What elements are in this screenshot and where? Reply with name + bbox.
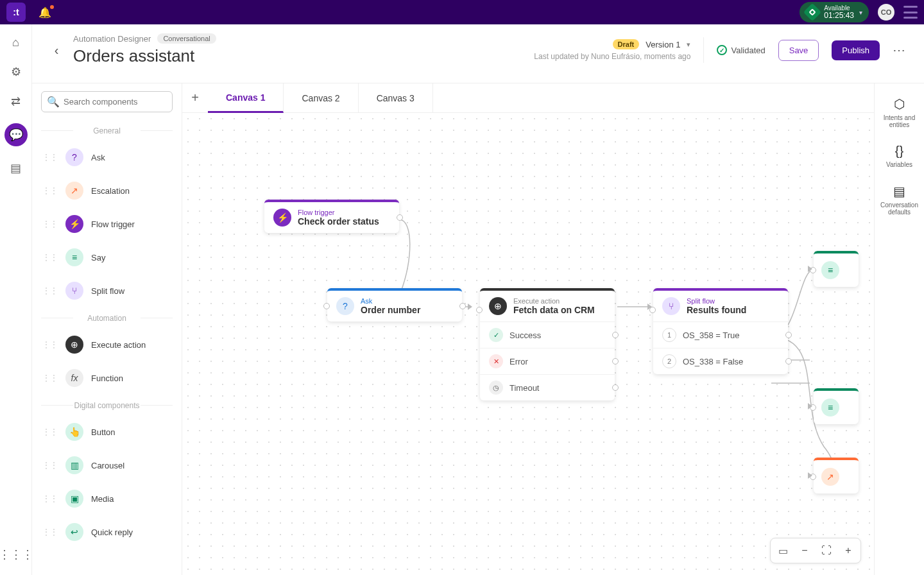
draft-badge: Draft <box>613 39 640 49</box>
section-automation: Automation <box>32 307 182 328</box>
media-icon: ▣ <box>65 490 83 508</box>
book-icon[interactable]: ▤ <box>8 160 24 176</box>
output-port[interactable] <box>612 332 619 338</box>
node-type-label: Flow trigger <box>298 209 379 216</box>
version-label[interactable]: Version 1 <box>646 40 680 49</box>
node-execute-action[interactable]: ⊕ Execute action Fetch data on CRM ✓Succ… <box>480 288 615 400</box>
node-flow-trigger[interactable]: ⚡ Flow trigger Check order status <box>264 200 399 233</box>
fit-screen-icon[interactable]: ▭ <box>773 541 792 560</box>
output-success[interactable]: ✓Success <box>480 322 615 348</box>
toggle-panel-icon[interactable] <box>903 6 918 19</box>
component-carousel[interactable]: ⋮⋮▥Carousel <box>32 449 182 482</box>
node-name: Fetch data on CRM <box>513 305 595 315</box>
node-split-flow[interactable]: ⑂ Split flow Results found 1OS_358 = Tru… <box>653 288 788 374</box>
component-say[interactable]: ⋮⋮≡Say <box>32 241 182 274</box>
chevron-down-icon[interactable]: ▾ <box>687 40 690 49</box>
output-port[interactable] <box>785 332 792 338</box>
node-say-2[interactable]: ≡ <box>814 388 859 424</box>
component-flow-trigger[interactable]: ⋮⋮⚡Flow trigger <box>32 207 182 241</box>
availability-status[interactable]: Available 01:25:43 ▾ <box>800 2 869 22</box>
input-port[interactable] <box>649 307 656 313</box>
branch-2[interactable]: 2OS_338 = False <box>653 348 788 374</box>
node-escalation[interactable]: ↗ <box>814 458 859 493</box>
node-name: Results found <box>687 305 746 315</box>
say-icon: ≡ <box>821 261 839 279</box>
canvas-tabs: + Canvas 1 Canvas 2 Canvas 3 <box>182 83 874 113</box>
component-execute-action[interactable]: ⋮⋮⊕Execute action <box>32 328 182 361</box>
arrow-icon <box>808 266 812 272</box>
flow-trigger-icon: ⚡ <box>273 209 291 227</box>
validation-status: ✓ Validated <box>717 45 765 55</box>
escalation-icon: ↗ <box>821 468 839 486</box>
apps-grid-icon[interactable]: ⋮⋮⋮ <box>8 547 24 562</box>
component-button[interactable]: ⋮⋮👆Button <box>32 415 182 449</box>
output-port[interactable] <box>612 384 619 391</box>
component-quick-reply[interactable]: ⋮⋮↩Quick reply <box>32 515 182 549</box>
status-label: Available <box>824 4 854 12</box>
fullscreen-icon[interactable]: ⛶ <box>817 541 836 560</box>
component-ask[interactable]: ⋮⋮?Ask <box>32 141 182 174</box>
output-port[interactable] <box>612 358 619 365</box>
arrow-icon <box>808 403 812 409</box>
canvas[interactable]: ⚡ Flow trigger Check order status ? Ask … <box>182 113 874 575</box>
button-icon: 👆 <box>65 423 83 441</box>
search-box[interactable]: 🔍 <box>41 91 173 112</box>
notifications-icon[interactable]: 🔔 <box>38 6 51 19</box>
input-port[interactable] <box>476 307 483 313</box>
quick-reply-icon: ↩ <box>65 523 83 541</box>
node-ask[interactable]: ? Ask Order number <box>327 288 462 322</box>
ask-icon: ? <box>65 148 83 166</box>
output-port[interactable] <box>459 303 466 309</box>
gear-icon[interactable]: ⚙ <box>8 64 24 80</box>
component-media[interactable]: ⋮⋮▣Media <box>32 482 182 515</box>
topbar: :t 🔔 Available 01:25:43 ▾ CO <box>0 0 924 24</box>
node-name: Check order status <box>298 216 379 227</box>
tab-canvas-2[interactable]: Canvas 2 <box>284 83 358 113</box>
defaults-icon: ▤ <box>893 184 905 199</box>
branch-1[interactable]: 1OS_358 = True <box>653 322 788 348</box>
add-tab-button[interactable]: + <box>182 90 208 105</box>
publish-button[interactable]: Publish <box>832 40 880 60</box>
flows-icon[interactable]: ⇄ <box>8 94 24 109</box>
output-error[interactable]: ✕Error <box>480 348 615 374</box>
x-icon: ✕ <box>489 354 503 368</box>
execute-action-icon: ⊕ <box>65 336 83 354</box>
output-timeout[interactable]: ◷Timeout <box>480 374 615 400</box>
node-say-1[interactable]: ≡ <box>814 251 859 287</box>
variables-button[interactable]: {}Variables <box>886 144 912 168</box>
zoom-in-icon[interactable]: + <box>839 541 858 560</box>
search-input[interactable] <box>64 97 167 107</box>
split-flow-icon: ⑂ <box>662 297 680 315</box>
save-button[interactable]: Save <box>778 40 819 61</box>
component-split-flow[interactable]: ⋮⋮⑂Split flow <box>32 274 182 307</box>
variables-icon: {} <box>895 144 903 159</box>
avatar[interactable]: CO <box>878 4 894 21</box>
intents-button[interactable]: ⬡Intents and entities <box>875 96 924 128</box>
more-icon[interactable]: ⋯ <box>893 42 906 58</box>
app-logo[interactable]: :t <box>6 3 26 22</box>
back-icon[interactable]: ‹ <box>50 44 63 56</box>
status-diamond-icon <box>803 3 821 21</box>
type-badge: Conversational <box>157 33 216 44</box>
home-icon[interactable]: ⌂ <box>8 35 24 50</box>
output-port[interactable] <box>785 358 792 365</box>
tab-canvas-3[interactable]: Canvas 3 <box>359 83 433 113</box>
defaults-button[interactable]: ▤Conversation defaults <box>875 184 924 216</box>
section-general: General <box>32 120 182 141</box>
output-port[interactable] <box>397 214 403 221</box>
component-function[interactable]: ⋮⋮fxFunction <box>32 361 182 395</box>
carousel-icon: ▥ <box>65 456 83 474</box>
conversation-icon[interactable]: 💬 <box>4 123 28 146</box>
ask-icon: ? <box>336 297 354 315</box>
check-icon: ✓ <box>489 328 503 342</box>
intents-icon: ⬡ <box>894 96 905 112</box>
node-type-label: Ask <box>361 297 420 305</box>
input-port[interactable] <box>323 303 330 309</box>
arrow-icon <box>468 304 472 310</box>
clock-icon: ◷ <box>489 381 503 395</box>
chevron-down-icon: ▾ <box>859 9 862 16</box>
zoom-out-icon[interactable]: − <box>795 541 814 560</box>
breadcrumb[interactable]: Automation Designer <box>73 34 151 44</box>
tab-canvas-1[interactable]: Canvas 1 <box>208 83 284 113</box>
component-escalation[interactable]: ⋮⋮↗Escalation <box>32 174 182 207</box>
